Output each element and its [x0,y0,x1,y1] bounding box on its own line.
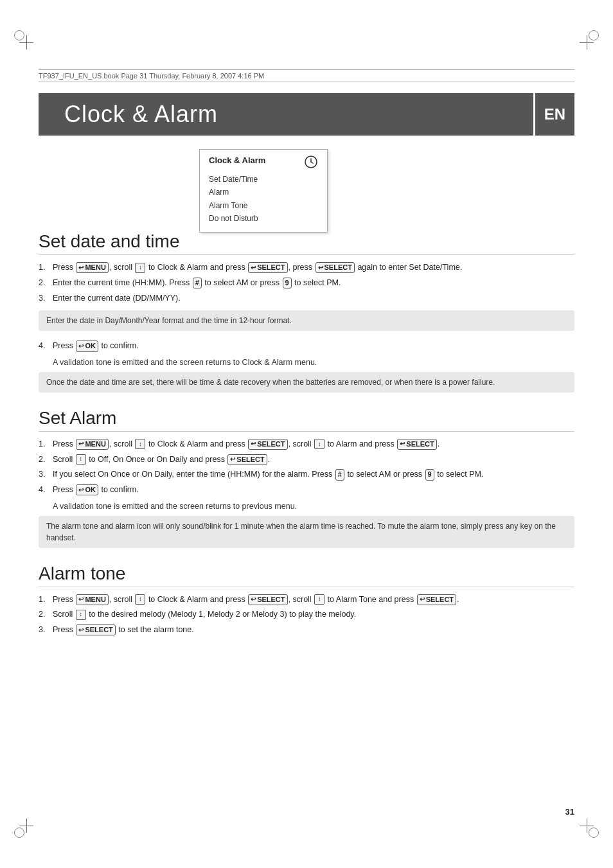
alarm-step-2: 2. Scroll ↕ to Off, On Once or On Daily … [39,454,574,466]
menu-box: Clock & Alarm Set Date/Time Alarm Alarm … [199,149,328,233]
section-title-alarm: Set Alarm [39,408,574,432]
nine-key: 9 [283,278,292,288]
hash-key: # [193,278,202,288]
page-number: 31 [565,807,574,817]
select-key-8: ↩SELECT [76,624,115,635]
datetime-steps: 1. Press ↩MENU, scroll ↕ to Clock & Alar… [39,261,574,304]
circle-mark-bl [14,828,24,838]
menu-box-title: Clock & Alarm [209,155,265,165]
section-set-alarm: Set Alarm 1. Press ↩MENU, scroll ↕ to Cl… [39,408,574,548]
datetime-step-2: 2. Enter the current time (HH:MM). Press… [39,277,574,289]
scroll-icon-4: ↕ [76,454,86,465]
menu-item-alarm: Alarm [209,186,318,199]
hash-key-2: # [335,469,344,480]
file-info: TF937_IFU_EN_US.book Page 31 Thursday, F… [39,72,264,80]
datetime-note-1: Enter the date in Day/Month/Year format … [39,310,574,331]
svg-line-2 [311,162,313,163]
circle-mark-br [589,828,599,838]
scroll-icon-3: ↕ [314,439,324,449]
alarmtone-step-2: 2. Scroll ↕ to the desired melody (Melod… [39,608,574,621]
select-key-1: ↩SELECT [248,262,287,273]
section-title-alarmtone: Alarm tone [39,563,574,587]
meta-bar: TF937_IFU_EN_US.book Page 31 Thursday, F… [39,69,574,82]
select-key-5: ↩SELECT [227,454,267,465]
select-key-6: ↩SELECT [248,594,287,605]
content-area: Set date and time 1. Press ↩MENU, scroll… [39,231,574,651]
page-title: Clock & Alarm [64,101,218,128]
menu-key: ↩MENU [76,262,108,273]
alarm-note: The alarm tone and alarm icon will only … [39,516,574,548]
scroll-icon-6: ↕ [314,594,324,605]
alarmtone-step-1: 1. Press ↩MENU, scroll ↕ to Clock & Alar… [39,594,574,606]
scroll-icon-1: ↕ [135,263,145,273]
section-alarm-tone: Alarm tone 1. Press ↩MENU, scroll ↕ to C… [39,563,574,636]
select-key-4: ↩SELECT [397,439,436,450]
section-title-datetime: Set date and time [39,231,574,255]
scroll-icon-2: ↕ [135,439,145,449]
menu-key-3: ↩MENU [76,594,108,605]
select-key-2: ↩SELECT [315,262,355,273]
alarmtone-step-3: 3. Press ↩SELECT to set the alarm tone. [39,624,574,636]
nine-key-2: 9 [425,469,434,480]
circle-mark-tl [14,30,24,40]
ok-key-2: ↩OK [76,484,98,495]
alarm-step-3: 3. If you select On Once or On Daily, en… [39,468,574,481]
circle-mark-tr [589,30,599,40]
lang-badge: EN [533,93,574,136]
select-key-7: ↩SELECT [417,594,456,605]
alarm-steps: 1. Press ↩MENU, scroll ↕ to Clock & Alar… [39,438,574,496]
datetime-step4-list: 4. Press ↩OK to confirm. [39,340,574,352]
menu-item-donotdisturb: Do not Disturb [209,212,318,225]
page: TF937_IFU_EN_US.book Page 31 Thursday, F… [0,0,613,868]
datetime-step-1: 1. Press ↩MENU, scroll ↕ to Clock & Alar… [39,261,574,274]
menu-item-setdate: Set Date/Time [209,173,318,186]
datetime-step-3: 3. Enter the current date (DD/MM/YY). [39,292,574,305]
select-key-3: ↩SELECT [248,439,287,450]
datetime-step4-followup: A validation tone is emitted and the scr… [53,357,574,369]
main-header: Clock & Alarm EN [39,93,574,136]
scroll-icon-7: ↕ [76,610,86,620]
ok-key-1: ↩OK [76,341,98,351]
datetime-step-4: 4. Press ↩OK to confirm. [39,340,574,352]
alarm-step-1: 1. Press ↩MENU, scroll ↕ to Clock & Alar… [39,438,574,450]
menu-key-2: ↩MENU [76,439,108,450]
menu-item-alarmtone: Alarm Tone [209,199,318,212]
alarm-step-4: 4. Press ↩OK to confirm. [39,484,574,496]
alarm-step4-followup: A validation tone is emitted and the scr… [53,500,574,513]
section-set-date-time: Set date and time 1. Press ↩MENU, scroll… [39,231,574,393]
clock-icon [304,155,318,169]
alarmtone-steps: 1. Press ↩MENU, scroll ↕ to Clock & Alar… [39,594,574,636]
datetime-note-2: Once the date and time are set, there wi… [39,372,574,393]
scroll-icon-5: ↕ [135,594,145,605]
